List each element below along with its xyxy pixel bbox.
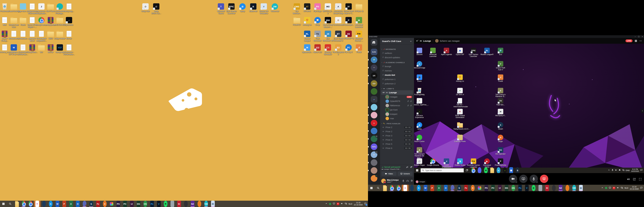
server-icon-server-folder[interactable]: ▱ xyxy=(371,96,377,103)
stream-icon-origin[interactable]: OOrigin xyxy=(494,134,507,142)
taskbar-app-powerpoint[interactable]: P xyxy=(429,185,436,191)
stream-icon-monopoly-p[interactable]: MMonopoly P... xyxy=(494,109,507,116)
server-icon-money-eyes-server[interactable]: ꙨꙨ xyxy=(371,80,377,87)
taskbar-app-outlook[interactable]: O xyxy=(74,201,81,207)
taskbar-app-intellij-idea[interactable]: IJ xyxy=(128,201,135,207)
taskbar-app-headset-app[interactable] xyxy=(40,201,47,207)
stream-icon-fivem[interactable]: ℲFiveM xyxy=(494,74,507,82)
volume-icon[interactable] xyxy=(627,178,630,181)
server-icon-rpu-server[interactable]: RPU xyxy=(371,144,377,150)
server-icon-plane-server[interactable]: ✈ xyxy=(371,151,377,158)
server-icon-pink-server[interactable] xyxy=(371,112,377,118)
taskbar-app-hs-app[interactable]: HS xyxy=(510,185,517,191)
voice-channel-breadcrumb[interactable]: Lounge / Guard's Chill ... xyxy=(382,168,401,170)
tray-clock[interactable]: 21:1022-10-2020 xyxy=(630,186,639,190)
server-icon-n-red-server[interactable]: n xyxy=(371,120,377,126)
taskbar-app-s-shield[interactable]: S! xyxy=(176,201,182,207)
taskbar-app-xampp[interactable]: X xyxy=(101,201,108,207)
desktop-icon-minecraft-launcher[interactable]: MMinecraft Launcher xyxy=(352,17,366,28)
taskbar-app-pycharm[interactable]: PC xyxy=(122,201,128,207)
tray-language-label[interactable]: NLD xyxy=(624,187,628,189)
taskbar-app-voicemod[interactable]: VM xyxy=(571,185,578,191)
taskbar-app-chrome[interactable] xyxy=(20,201,27,207)
stream-taskbar-app-discord[interactable] xyxy=(476,168,483,173)
taskbar-app-msi-afterburner[interactable] xyxy=(550,185,557,191)
voice-user-max[interactable]: max xyxy=(381,116,413,120)
deafen-button[interactable] xyxy=(406,180,409,182)
tray-avira-icon[interactable]: ☂ xyxy=(337,202,339,205)
action-center-icon[interactable]: 1 xyxy=(364,202,366,205)
stream-icon-microsoft-edge[interactable]: eMicrosoft Edge xyxy=(414,61,426,69)
voice-channel-lounge[interactable]: Lounge xyxy=(381,90,413,95)
minimize-button[interactable]: – xyxy=(635,36,636,38)
taskbar-app-snipping-tool[interactable] xyxy=(169,201,176,207)
stream-icon-rockstar-games-launcher[interactable]: R★Rockstar Games Launcher xyxy=(467,158,480,168)
taskbar-app-excel[interactable]: X xyxy=(68,201,74,207)
desktop-icon-synthesia[interactable]: ♪Synthesia xyxy=(62,17,76,26)
taskbar-app-msi-afterburner[interactable] xyxy=(182,201,189,207)
server-icon-planet-swoosh-server[interactable]: ◠ xyxy=(371,64,377,71)
stream-action-center-icon[interactable] xyxy=(640,169,642,172)
taskbar-app-discord[interactable] xyxy=(81,201,88,207)
stream-taskbar-app-spotify[interactable]: ≋ xyxy=(483,168,489,173)
stream-search-box[interactable]: Type here to search xyxy=(420,168,464,172)
avatar[interactable] xyxy=(381,179,386,183)
desktop-icon-nancy-veg[interactable]: nancy.veg... xyxy=(62,3,76,12)
taskbar-app-filezilla[interactable]: Fz xyxy=(94,201,101,207)
taskbar-app-pycharm[interactable]: PC xyxy=(490,185,496,191)
taskbar-app-spotify[interactable]: ≋ xyxy=(530,185,537,191)
taskbar-app-orange-ring-app[interactable] xyxy=(564,185,571,191)
stream-icon-zoom[interactable]: 🎥Zoom xyxy=(414,74,426,82)
server-icon-landscape-server[interactable] xyxy=(371,175,377,182)
stream-icon-gyazo-gif[interactable]: ▣Gyazo GIF xyxy=(454,48,466,56)
taskbar-app-datagrip[interactable]: DG xyxy=(503,185,510,191)
start-button[interactable] xyxy=(0,201,7,207)
desktop-icon-unity-2019-4-11[interactable]: ◇Unity 2019.4.11... xyxy=(150,3,163,14)
start-button[interactable] xyxy=(368,185,375,191)
voice-channel-prive-4-3[interactable]: Prive 400 / 04 xyxy=(381,138,413,142)
taskbar-app-jetbrains-toolbox[interactable] xyxy=(476,185,483,191)
desktop-icon-bot-txt[interactable]: Bot.txt xyxy=(62,30,76,40)
stream-icon-gang-beasts-v12-0[interactable]: Gang.Beasts.v12.0... xyxy=(454,122,466,130)
desktop-icon-fivem[interactable]: ℲFiveM xyxy=(352,44,366,53)
tray-network-icon[interactable] xyxy=(345,202,347,205)
channel-lounge[interactable]: #lounge xyxy=(381,64,413,68)
streamer-mini-overlay[interactable]: meagan xyxy=(415,180,426,184)
taskbar-app-file-explorer[interactable] xyxy=(14,201,20,207)
taskbar-app-datagrip[interactable]: DG xyxy=(135,201,142,207)
stream-icon-fivem-singleplayer[interactable]: ℲFiveM Singleplayer xyxy=(440,158,453,168)
taskbar-app-voicemod[interactable]: VM xyxy=(203,201,210,207)
channel-pokemon-1[interactable]: #pokemon-1 xyxy=(381,77,413,81)
category-algemene-channels[interactable]: ALGEMENE CHANNELS xyxy=(381,62,413,64)
category-prive-kanalen[interactable]: - PRIVE KANALEN xyxy=(381,122,413,124)
category-informatie[interactable]: INFORMATIE xyxy=(381,48,413,50)
taskbar-app-word[interactable]: W xyxy=(54,201,61,207)
taskbar-app-orange-ring-app[interactable] xyxy=(196,201,203,207)
voice-user-meagan[interactable]: meaganLIVE xyxy=(381,95,413,99)
stream-icon-om-rv-informatieformulier[interactable]: OM RV - Informatieformulier xyxy=(454,98,466,108)
taskbar-app-photoshop[interactable]: Ps xyxy=(517,185,524,191)
taskbar-app-spotify[interactable]: ≋ xyxy=(162,201,169,207)
taskbar-app-chrome-profile[interactable] xyxy=(27,201,34,207)
taskbar-app-xampp[interactable]: X xyxy=(469,185,476,191)
taskbar-app-photoshop[interactable]: Ps xyxy=(149,201,156,207)
server-icon-home[interactable] xyxy=(371,39,377,46)
close-button[interactable]: × xyxy=(642,36,643,38)
channel-welkom[interactable]: #welkom xyxy=(381,51,413,55)
stream-icon-uplay[interactable]: ◎Uplay xyxy=(414,122,426,130)
server-icon-pepe-server[interactable] xyxy=(371,88,377,95)
stream-taskbar-app-steam[interactable]: S xyxy=(514,168,521,173)
voice-channel-prive-3-2[interactable]: Prive 300 / 03 xyxy=(381,134,413,138)
noise-suppression-button[interactable] xyxy=(406,166,408,169)
taskbar-app-steam[interactable]: S xyxy=(456,185,462,191)
tray-display-icon[interactable] xyxy=(333,202,335,205)
stream-tray-clock[interactable]: 9:11 PM10/22/2020 xyxy=(631,168,639,172)
stream-icon-epic-games-launcher[interactable]: EPICEpic Games Launcher xyxy=(467,48,480,58)
stream-icon-tom-clancy-s-rainbow-six-sieg[interactable]: 6Tom Clancy's Rainbow Six Sieg... xyxy=(414,147,426,159)
taskbar-app-hs-app[interactable]: HS xyxy=(142,201,149,207)
stream-taskbar-app-geforce[interactable]: ◖ xyxy=(502,168,508,173)
taskbar-app-filezilla[interactable]: Fz xyxy=(462,185,469,191)
stream-tray-mic-icon[interactable] xyxy=(611,169,614,172)
server-icon-guards-chill-cave[interactable]: DJS xyxy=(371,48,377,55)
channel-pokemon-2[interactable]: #pokemon-2 xyxy=(381,81,413,86)
